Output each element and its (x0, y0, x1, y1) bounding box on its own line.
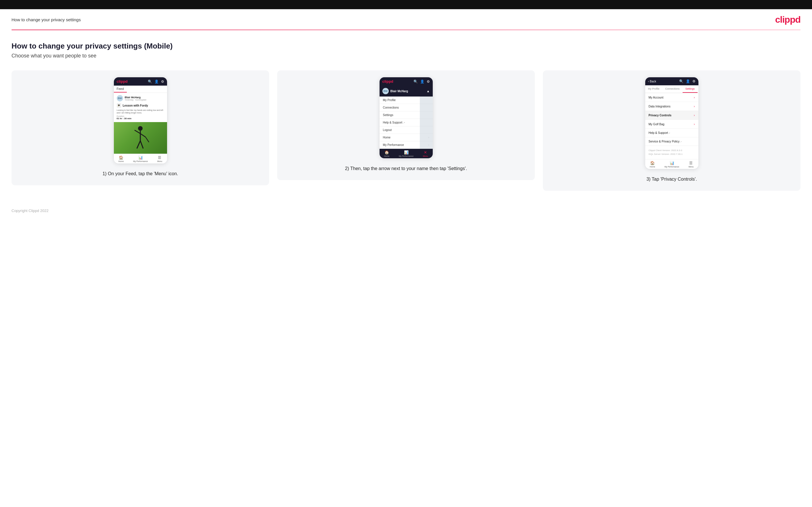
phone1-bottom-bar: 🏠 Home 📊 My Performance ☰ Menu (114, 154, 167, 163)
step3-caption: 3) Tap 'Privacy Controls'. (646, 176, 697, 183)
step-3-card: ‹ Back 🔍 👤 ⚙ My Profile Connections Sett… (543, 70, 801, 191)
phone2-bottom-close[interactable]: ✕ Menu (423, 150, 428, 157)
phone2-bottom-bar: 🏠 Home 📊 My Performance ✕ Menu (379, 149, 433, 158)
golfer-silhouette (129, 125, 152, 154)
search-icon: 🔍 (148, 79, 152, 83)
step-2-card: clippd 🔍 👤 ⚙ BM Blair McHarg ▲ (277, 70, 535, 180)
user-avatar-2: BM (383, 88, 389, 94)
phone3-nav-icons: 🔍 👤 ⚙ (679, 79, 696, 83)
menu-label-2: Menu (423, 155, 428, 157)
steps-container: clippd 🔍 👤 ⚙ Feed BM Blair (11, 70, 801, 191)
phone3-bottom-performance: 📊 My Performance (664, 161, 679, 168)
menu-label-3: Menu (689, 166, 694, 168)
back-label: Back (650, 80, 656, 83)
header: How to change your privacy settings clip… (0, 9, 812, 25)
menu-icon-3: ☰ (689, 161, 693, 165)
tab-my-profile[interactable]: My Profile (645, 85, 662, 93)
settings-icon: ⚙ (161, 79, 164, 83)
phone2-nav-icons: 🔍 👤 ⚙ (413, 79, 430, 83)
back-chevron-icon: ‹ (648, 80, 649, 83)
top-bar (0, 0, 812, 9)
performance-label-3: My Performance (664, 166, 679, 168)
settings-icon-3: ⚙ (693, 79, 696, 83)
performance-icon-3: 📊 (670, 161, 674, 165)
phone2-navbar: clippd 🔍 👤 ⚙ (379, 77, 433, 86)
settings-list: My Account › Data Integrations › Privacy… (645, 93, 699, 146)
step-1-card: clippd 🔍 👤 ⚙ Feed BM Blair (11, 70, 269, 185)
svg-line-4 (137, 141, 140, 149)
phone3-navbar: ‹ Back 🔍 👤 ⚙ (645, 77, 699, 85)
logo: clippd (775, 14, 801, 25)
home-label: Home (118, 160, 124, 162)
phone2-user-header[interactable]: BM Blair McHarg ▲ (379, 86, 433, 97)
phone3-bottom-home: 🏠 Home (650, 161, 655, 168)
my-golf-bag-label: My Golf Bag (649, 123, 664, 126)
user-icon: 👤 (154, 79, 159, 83)
home-icon-3: 🏠 (650, 161, 655, 165)
back-button[interactable]: ‹ Back (648, 80, 656, 83)
lesson-icon: 🎓 (117, 103, 121, 108)
home-icon: 🏠 (119, 155, 123, 160)
performance-section-label: My Performance (383, 143, 404, 147)
service-privacy-label: Service & Privacy Policy (649, 140, 682, 143)
phone3-bottom-menu: ☰ Menu (689, 161, 694, 168)
privacy-controls-chevron-icon: › (694, 113, 695, 117)
phone3-bottom-bar: 🏠 Home 📊 My Performance ☰ Menu (645, 159, 699, 169)
feed-tab: Feed (114, 86, 127, 93)
performance-label-2: My Performance (399, 155, 413, 157)
settings-help-support[interactable]: Help & Support (645, 129, 699, 137)
step2-caption: 2) Then, tap the arrow next to your name… (345, 165, 467, 172)
phone2-content-area: My Profile Connections Settings Help & S… (379, 97, 433, 149)
tab-settings[interactable]: Settings (682, 85, 698, 93)
settings-service-privacy[interactable]: Service & Privacy Policy (645, 137, 699, 146)
phone1-logo: clippd (117, 79, 128, 83)
settings-my-golf-bag[interactable]: My Golf Bag › (645, 120, 699, 129)
header-title: How to change your privacy settings (11, 17, 81, 22)
home-section-label: Home (383, 136, 391, 139)
svg-line-5 (140, 141, 143, 149)
main-content: How to change your privacy settings (Mob… (0, 30, 812, 208)
performance-icon-2: 📊 (404, 150, 409, 155)
svg-point-0 (138, 126, 143, 131)
lesson-row: 🎓 Lesson with Fordy (117, 103, 164, 108)
step1-caption: 1) On your Feed, tap the 'Menu' icon. (102, 170, 178, 177)
search-icon-3: 🔍 (679, 79, 683, 83)
phone1-navbar: clippd 🔍 👤 ⚙ (114, 77, 167, 86)
data-integrations-label: Data Integrations (649, 105, 670, 108)
phone1-post: BM Blair McHarg Yesterday · Sunningdale … (114, 93, 167, 122)
footer: Copyright Clippd 2022 (0, 208, 812, 222)
overlay (420, 97, 433, 149)
my-account-label: My Account (649, 96, 664, 99)
phone2-username: Blair McHarg (391, 90, 408, 93)
close-icon: ✕ (424, 150, 427, 155)
client-version: Clippd Client Version: 2022.8.3-3 (649, 149, 695, 153)
svg-line-6 (146, 137, 149, 142)
page-subheading: Choose what you want people to see (11, 53, 801, 59)
phone3-tabs: My Profile Connections Settings (645, 85, 699, 93)
phone2-bottom-home: 🏠 Home (384, 150, 390, 157)
performance-icon: 📊 (138, 155, 143, 160)
bottom-performance: 📊 My Performance (133, 155, 148, 162)
menu-label: Menu (157, 160, 162, 162)
avatar: BM (117, 95, 123, 101)
post-date: Yesterday · Sunningdale (125, 99, 147, 101)
server-version: GQL Server Version: 2022.7.30-1 (649, 153, 695, 156)
phone-mockup-3: ‹ Back 🔍 👤 ⚙ My Profile Connections Sett… (645, 77, 699, 169)
post-desc: Looking to feel like my hands are exitin… (117, 109, 164, 114)
performance-label: My Performance (133, 160, 148, 162)
settings-my-account[interactable]: My Account › (645, 93, 699, 102)
svg-line-3 (140, 133, 146, 137)
phone2-bottom-performance: 📊 My Performance (399, 150, 413, 157)
version-info: Clippd Client Version: 2022.8.3-3 GQL Se… (645, 146, 699, 159)
phone-mockup-2: clippd 🔍 👤 ⚙ BM Blair McHarg ▲ (379, 77, 433, 158)
settings-privacy-controls[interactable]: Privacy Controls › (645, 111, 699, 120)
bottom-menu[interactable]: ☰ Menu (157, 155, 162, 162)
phone1-nav-icons: 🔍 👤 ⚙ (148, 79, 164, 83)
home-icon-2: 🏠 (385, 150, 389, 155)
phone-mockup-1: clippd 🔍 👤 ⚙ Feed BM Blair (114, 77, 167, 163)
privacy-controls-label: Privacy Controls (649, 114, 671, 117)
settings-data-integrations[interactable]: Data Integrations › (645, 102, 699, 111)
tab-connections[interactable]: Connections (662, 85, 682, 93)
search-icon-2: 🔍 (413, 79, 418, 83)
home-label-2: Home (384, 155, 390, 157)
